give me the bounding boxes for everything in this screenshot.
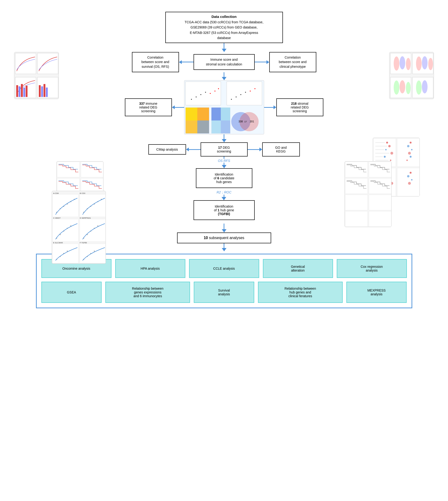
stromal-deg-number: 218 [291,102,297,105]
svg-point-27 [422,80,428,93]
svg-text:A CD8: A CD8 [53,192,59,194]
svg-point-68 [410,142,412,144]
ccle-label: CCLE analysis [213,267,235,270]
scatter-left-thumbnail: A CD8 B CD3 C HMGT D SERPINS1 E SLC3645 … [52,191,106,264]
svg-point-22 [428,58,433,70]
svg-point-35 [214,91,215,92]
r2-roc-label: R2；ROC [217,190,231,195]
arrow-right3 [248,148,262,151]
go-kegg-text: GO andKEGG [275,146,287,153]
svg-point-30 [191,99,192,100]
svg-point-26 [416,81,422,95]
svg-point-36 [218,88,219,89]
svg-point-19 [406,58,411,70]
svg-point-37 [231,99,232,100]
svg-point-42 [255,88,256,89]
svg-point-64 [385,149,387,150]
svg-rect-136 [52,244,78,263]
svg-point-72 [410,156,412,158]
stromal-deg-box: 218 stromalrelated DEGscreening [276,98,323,116]
correlation-right-box: Correlationbetween score andclinical phe… [269,52,316,72]
svg-rect-29 [227,82,262,105]
svg-text:F TGFBI: F TGFBI [80,242,87,244]
arrow-left3 [186,148,201,151]
svg-point-140 [67,250,68,251]
gene-immune-box: Relationship betweengenes expressionsand… [105,282,190,303]
immune-stromal-box: Immune score andstromal score calculatio… [193,54,255,70]
diagram-container: Data collection TCGA-ACC data (530 ccRCC… [0,0,448,501]
svg-rect-0 [15,53,36,74]
svg-rect-45 [197,108,209,120]
arrow-v3 [222,134,226,142]
svg-rect-49 [211,108,221,120]
svg-point-31 [196,97,197,98]
svg-rect-12 [46,87,48,97]
svg-point-38 [236,97,237,98]
os-rfs-label: OS RFS [218,159,230,163]
svg-point-73 [406,160,408,161]
cox-label: Cox regressionanalysis [361,265,383,272]
svg-rect-10 [41,86,43,97]
svg-point-145 [94,250,95,251]
svg-point-67 [390,160,391,161]
subsequent-header: 10 subsequent analyses [177,233,271,243]
arrow-left1 [179,60,193,64]
left-chart-svg [14,52,59,99]
thumbnail-left-charts [14,52,59,99]
svg-rect-47 [197,120,209,134]
r2-roc-connector: R2；ROC [217,190,231,200]
svg-rect-28 [186,82,221,105]
go-kegg-box: GO andKEGG [262,142,300,156]
svg-rect-51 [211,120,221,134]
scatter-svg: A CD8 B CD3 C HMGT D SERPINS1 E SLC3645 … [52,191,106,264]
svg-rect-52 [221,120,230,134]
genetic-box: Geneticalalteration [263,259,333,278]
arrow-v4 [222,224,226,233]
svg-point-40 [245,92,246,93]
row2-boxes: Correlationbetween score andsurvival (OS… [132,52,316,72]
svg-point-34 [210,93,211,94]
deg17-number: 17 [218,146,222,150]
gsea-box: GSEA [41,282,102,303]
row2-wrapper: Correlationbetween score andsurvival (OS… [5,52,443,72]
os-rfs-connector: OS RFS [218,156,230,168]
svg-point-24 [400,80,405,93]
oncomine-label: Oncomine analysis [62,267,90,270]
hub1-box: Identificationof 1 hub gene(TGFBI) [193,200,255,220]
svg-rect-46 [186,120,197,134]
survival-box: Survivalanalysis [194,282,254,303]
svg-point-66 [384,156,386,158]
correlation-left-box: Correlationbetween score andsurvival (OS… [132,52,179,72]
immune-stromal-text: Immune score andstromal score calculatio… [206,58,242,66]
hub6-text: Identificationof 6 candidatehub genes [214,172,235,184]
svg-rect-9 [39,85,41,97]
row3-wrapper: 337 immunerelated DEGscreening [5,80,443,134]
correlation-right-text: Correlationbetween score andclinical phe… [279,55,306,68]
analyses-row2: GSEA Relationship betweengenes expressio… [41,282,407,303]
svg-point-62 [386,142,388,144]
svg-text:E SLC3645: E SLC3645 [53,242,63,244]
mexpress-box: MEXPRESSanalysis [346,282,407,303]
hpa-box: HPA analysis [115,259,185,278]
svg-text:338: 338 [239,120,243,123]
arrow-v5 [222,243,226,251]
svg-text:B CD3: B CD3 [80,192,85,194]
genetic-label: Geneticalalteration [291,265,305,272]
svg-point-23 [394,81,399,95]
right-chart-svg [389,52,434,99]
svg-rect-44 [186,108,197,120]
correlation-left-text: Correlationbetween score andsurvival (OS… [141,55,169,68]
svg-point-39 [240,94,241,95]
svg-text:17: 17 [244,120,247,123]
svg-point-41 [250,91,251,92]
cox-box: Cox regressionanalysis [337,259,407,278]
survival-label: Survivalanalysis [218,288,230,296]
svg-point-20 [416,56,422,71]
svg-point-70 [411,149,413,150]
data-collection-text: TCGA-ACC data (530 ccRCCs) from TCGA dat… [185,20,263,40]
thumbnail-right-charts [389,52,434,99]
svg-point-71 [408,152,411,155]
svg-point-63 [388,145,391,147]
data-collection-box: Data collection TCGA-ACC data (530 ccRCC… [165,12,283,43]
row6-wrapper: A CD8 B CD3 C HMGT D SERPINS1 E SLC3645 … [5,200,443,220]
